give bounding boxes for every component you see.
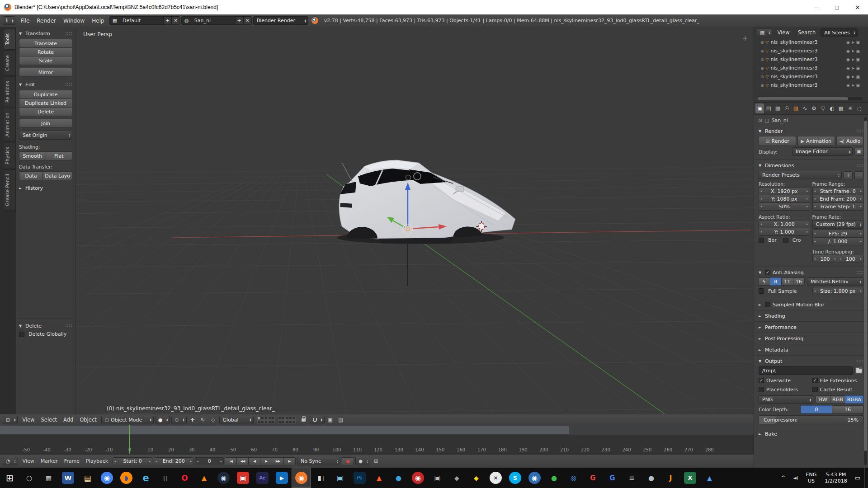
properties-tab-physics[interactable]: ◌ — [855, 103, 863, 113]
aa-samples-button[interactable]: 8 — [770, 277, 782, 286]
taskbar-icon-google-app[interactable]: G — [603, 468, 622, 488]
shade-flat-button[interactable]: Flat — [46, 151, 73, 160]
taskbar-icon-vlc[interactable]: ▲ — [194, 468, 214, 488]
anti-aliasing-checkbox[interactable] — [765, 270, 770, 275]
color-depth-8-button[interactable]: 8 — [801, 405, 832, 413]
bw-button[interactable]: BW — [816, 395, 830, 404]
taskbar-icon-java-app[interactable]: J — [661, 468, 680, 488]
properties-scrollbar[interactable] — [864, 117, 867, 465]
taskbar-icon-camera-app[interactable]: ▣ — [428, 468, 447, 488]
taskbar-icon-key-app[interactable]: ◆ — [467, 468, 486, 488]
sampled-motion-blur-checkbox[interactable] — [765, 302, 770, 307]
render-animation-button[interactable]: ▶Animation — [797, 136, 835, 146]
shade-smooth-button[interactable]: Smooth — [19, 151, 46, 160]
taskbar-icon-paint[interactable]: ◧ — [311, 468, 330, 488]
aa-samples-button[interactable]: 11 — [781, 277, 793, 286]
render-panel-header[interactable]: ▼ Render — [759, 127, 863, 135]
taskbar-icon-photoshop[interactable]: Ps — [350, 468, 369, 488]
metadata-panel-header[interactable]: ► Metadata — [759, 346, 863, 354]
render-engine-selector[interactable]: Blender Render — [253, 16, 308, 25]
viewport-menu-item[interactable]: View — [19, 417, 38, 423]
mode-selector[interactable]: ◻ Object Mode — [101, 416, 154, 424]
renderability-icon[interactable]: ▣ — [856, 83, 860, 88]
current-frame-field[interactable]: 0 — [195, 457, 224, 465]
renderability-icon[interactable]: ▣ — [856, 49, 860, 53]
output-path-field[interactable]: /tmp\ — [759, 366, 853, 375]
blender-app-icon[interactable] — [4, 4, 11, 11]
transform-panel-header[interactable]: ▼ Transform — [19, 29, 72, 38]
scene-selector[interactable]: ◍ San_ni + ✕ — [181, 16, 252, 25]
renderability-icon[interactable]: ▣ — [856, 66, 860, 70]
3d-viewport-canvas[interactable]: User Persp (0) nis_skylineminesr32_93_lo… — [0, 27, 754, 414]
file-extensions-checkbox[interactable] — [812, 378, 818, 383]
properties-tab-material[interactable]: ◐ — [828, 103, 836, 113]
anti-aliasing-panel-header[interactable]: ▼ Anti-Aliasing — [759, 268, 863, 277]
minimize-button[interactable]: – — [806, 0, 826, 14]
properties-tab-render[interactable]: ◉ — [755, 103, 764, 113]
selectability-icon[interactable]: ➤ — [851, 75, 855, 79]
remap-new-field[interactable]: 100 — [838, 255, 863, 263]
bake-panel-header[interactable]: ► Bake — [759, 430, 863, 438]
mirror-button[interactable]: Mirror — [19, 68, 72, 77]
properties-tab-constraints[interactable]: ∿ — [801, 103, 809, 113]
show-desktop-button[interactable] — [864, 468, 867, 488]
main-menu-item[interactable]: Render — [33, 15, 60, 27]
transport-button[interactable]: ◀ — [248, 457, 260, 465]
sync-mode-selector[interactable]: No Sync — [297, 457, 340, 465]
render-display-selector[interactable]: Image Editor — [792, 147, 853, 156]
visibility-eye-icon[interactable]: ◉ — [846, 49, 850, 53]
outliner-view-menu[interactable]: View — [774, 29, 793, 36]
screen-layout-selector[interactable]: ▦ Default + ✕ — [109, 16, 180, 25]
join-button[interactable]: Join — [19, 119, 72, 128]
taskbar-icon-photos-app[interactable]: ▣ — [233, 468, 253, 488]
timeline-scrollbar[interactable] — [0, 426, 569, 434]
color-depth-16-button[interactable]: 16 — [832, 405, 863, 413]
manipulator-scale-icon[interactable]: ◇ — [209, 416, 218, 424]
panel-grip[interactable] — [856, 271, 863, 275]
transport-button[interactable]: ▶▶ — [272, 457, 284, 465]
taskbar-icon-fire-app[interactable]: ▲ — [369, 468, 389, 488]
render-button[interactable]: ▤Render — [759, 136, 796, 146]
renderability-icon[interactable]: ▣ — [856, 40, 860, 45]
taskbar-icon-edge[interactable]: e — [136, 468, 156, 488]
aa-samples-button[interactable]: 5 — [758, 277, 770, 286]
delete-globally-checkbox[interactable] — [19, 332, 24, 337]
panel-grip[interactable] — [65, 32, 72, 36]
aspect-x-field[interactable]: X: 1.000 — [759, 220, 810, 228]
performance-panel-header[interactable]: ► Performance — [759, 323, 863, 331]
timeline-editor-selector[interactable]: ◔ — [3, 457, 18, 465]
taskbar-icon-firefox[interactable]: ◗ — [117, 468, 136, 488]
panel-grip[interactable] — [65, 83, 72, 87]
preset-remove-icon[interactable]: − — [854, 171, 863, 179]
taskbar-icon-skype[interactable]: S — [505, 468, 525, 488]
remap-old-field[interactable]: 100 — [812, 255, 838, 263]
layout-browse-icon[interactable]: ▦ — [110, 17, 120, 24]
preset-add-icon[interactable]: + — [844, 171, 853, 179]
insert-keyframe-icon[interactable]: ⊞ — [372, 457, 381, 465]
taskbar-icon-water-app[interactable]: ● — [389, 468, 408, 488]
properties-tab-scene[interactable]: ▦ — [774, 103, 782, 113]
taskbar-icon-task-view[interactable]: ▦ — [39, 468, 58, 488]
timeline-ruler[interactable]: -50-40-30-20-100102030405060708090100110… — [0, 435, 754, 454]
visibility-eye-icon[interactable]: ◉ — [846, 75, 850, 79]
cache-result-checkbox[interactable] — [812, 387, 818, 392]
outliner-item[interactable]: ⊕ ▽ nis_skylineminesr3 ◉ ➤ ▣ — [754, 55, 868, 64]
snap-selector[interactable] — [310, 416, 325, 424]
aa-size-field[interactable]: Size: 1.000 px — [812, 287, 864, 295]
render-audio-button[interactable]: ◄)Audio — [836, 136, 863, 146]
fps-field[interactable]: FPS: 29 — [812, 230, 864, 238]
selectability-icon[interactable]: ➤ — [851, 40, 855, 45]
taskbar-icon-blender[interactable]: ◉ — [292, 468, 311, 488]
redo-panel-header[interactable]: ▼ Delete — [19, 322, 72, 330]
transfer-data-layout-button[interactable]: Data Layo — [42, 171, 72, 180]
frame-step-field[interactable]: Frame Step: 1 — [812, 202, 864, 211]
resolution-y-field[interactable]: Y: 1080 px — [759, 195, 810, 203]
rotate-button[interactable]: Rotate — [19, 47, 72, 56]
pin-icon[interactable]: ⊙ — [758, 117, 762, 123]
scale-button[interactable]: Scale — [19, 56, 72, 65]
properties-tab-world[interactable]: ☉ — [783, 103, 791, 113]
renderability-icon[interactable]: ▣ — [856, 57, 860, 62]
outliner-item[interactable]: ⊕ ▽ nis_skylineminesr3 ◉ ➤ ▣ — [754, 81, 868, 89]
taskbar-icon-excel[interactable]: X — [680, 468, 700, 488]
selectability-icon[interactable]: ➤ — [851, 49, 855, 53]
